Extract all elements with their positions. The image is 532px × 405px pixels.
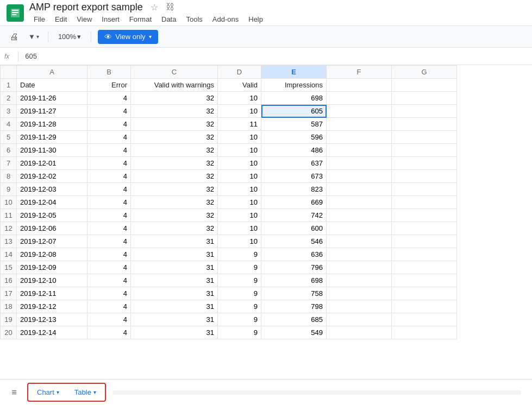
cell-a-13[interactable]: 2019-12-07: [17, 235, 87, 248]
cell-b-3[interactable]: 4: [87, 105, 131, 118]
cell-a-18[interactable]: 2019-12-12: [17, 300, 87, 313]
cell-f-17[interactable]: [327, 287, 392, 300]
view-only-button[interactable]: 👁 View only ▾: [98, 30, 158, 44]
cell-c-2[interactable]: 32: [131, 92, 218, 105]
cell-g-12[interactable]: [392, 222, 457, 235]
cell-a-11[interactable]: 2019-12-05: [17, 209, 87, 222]
cell-e-16[interactable]: 698: [261, 274, 327, 287]
cell-b-14[interactable]: 4: [87, 248, 131, 261]
cell-f-3[interactable]: [327, 105, 392, 118]
menu-file[interactable]: File: [29, 14, 49, 24]
cell-e-6[interactable]: 486: [261, 144, 327, 157]
cell-b-7[interactable]: 4: [87, 157, 131, 170]
cell-g-5[interactable]: [392, 131, 457, 144]
filter-button[interactable]: ▼ ▾: [26, 29, 41, 45]
cell-c-5[interactable]: 32: [131, 131, 218, 144]
cell-g-14[interactable]: [392, 248, 457, 261]
cell-d-20[interactable]: 9: [218, 326, 261, 339]
cell-b-11[interactable]: 4: [87, 209, 131, 222]
cell-c-20[interactable]: 31: [131, 326, 218, 339]
cell-g-6[interactable]: [392, 144, 457, 157]
cell-c-12[interactable]: 32: [131, 222, 218, 235]
cell-f-1[interactable]: [327, 79, 392, 92]
cell-a-20[interactable]: 2019-12-14: [17, 326, 87, 339]
cell-d-18[interactable]: 9: [218, 300, 261, 313]
cell-b-18[interactable]: 4: [87, 300, 131, 313]
col-header-b[interactable]: B: [87, 66, 131, 79]
share-icon[interactable]: ⛓: [166, 2, 174, 12]
cell-a-5[interactable]: 2019-11-29: [17, 131, 87, 144]
cell-e-10[interactable]: 669: [261, 196, 327, 209]
cell-a-3[interactable]: 2019-11-27: [17, 105, 87, 118]
cell-d-14[interactable]: 9: [218, 248, 261, 261]
cell-e-20[interactable]: 549: [261, 326, 327, 339]
cell-a-19[interactable]: 2019-12-13: [17, 313, 87, 326]
cell-c-14[interactable]: 31: [131, 248, 218, 261]
cell-d-2[interactable]: 10: [218, 92, 261, 105]
cell-e-2[interactable]: 698: [261, 92, 327, 105]
chart-tab[interactable]: Chart ▾: [29, 385, 67, 400]
cell-d-3[interactable]: 10: [218, 105, 261, 118]
cell-g-11[interactable]: [392, 209, 457, 222]
cell-g-19[interactable]: [392, 313, 457, 326]
cell-c-18[interactable]: 31: [131, 300, 218, 313]
cell-c-19[interactable]: 31: [131, 313, 218, 326]
cell-e-17[interactable]: 758: [261, 287, 327, 300]
menu-addons[interactable]: Add-ons: [208, 14, 243, 24]
cell-d-9[interactable]: 10: [218, 183, 261, 196]
cell-g-15[interactable]: [392, 261, 457, 274]
menu-insert[interactable]: Insert: [97, 14, 124, 24]
cell-b-17[interactable]: 4: [87, 287, 131, 300]
cell-b-20[interactable]: 4: [87, 326, 131, 339]
cell-b-4[interactable]: 4: [87, 118, 131, 131]
cell-c-11[interactable]: 32: [131, 209, 218, 222]
cell-b-15[interactable]: 4: [87, 261, 131, 274]
cell-e-7[interactable]: 637: [261, 157, 327, 170]
cell-e-3[interactable]: 605: [261, 105, 327, 118]
cell-d-15[interactable]: 9: [218, 261, 261, 274]
cell-a-7[interactable]: 2019-12-01: [17, 157, 87, 170]
horizontal-scrollbar[interactable]: [112, 390, 521, 395]
cell-f-12[interactable]: [327, 222, 392, 235]
cell-g-1[interactable]: [392, 79, 457, 92]
cell-g-16[interactable]: [392, 274, 457, 287]
cell-e-14[interactable]: 636: [261, 248, 327, 261]
cell-d-13[interactable]: 10: [218, 235, 261, 248]
cell-c-17[interactable]: 31: [131, 287, 218, 300]
cell-d-12[interactable]: 10: [218, 222, 261, 235]
cell-c-10[interactable]: 32: [131, 196, 218, 209]
cell-d-17[interactable]: 9: [218, 287, 261, 300]
cell-b-2[interactable]: 4: [87, 92, 131, 105]
cell-e-13[interactable]: 546: [261, 235, 327, 248]
cell-f-18[interactable]: [327, 300, 392, 313]
cell-e-9[interactable]: 823: [261, 183, 327, 196]
cell-g-20[interactable]: [392, 326, 457, 339]
cell-g-4[interactable]: [392, 118, 457, 131]
cell-d-4[interactable]: 11: [218, 118, 261, 131]
cell-f-9[interactable]: [327, 183, 392, 196]
col-header-a[interactable]: A: [17, 66, 87, 79]
cell-d-1[interactable]: Valid: [218, 79, 261, 92]
cell-a-9[interactable]: 2019-12-03: [17, 183, 87, 196]
menu-format[interactable]: Format: [125, 14, 156, 24]
cell-f-4[interactable]: [327, 118, 392, 131]
print-button[interactable]: 🖨: [7, 29, 22, 45]
cell-c-15[interactable]: 31: [131, 261, 218, 274]
cell-g-2[interactable]: [392, 92, 457, 105]
menu-data[interactable]: Data: [157, 14, 180, 24]
cell-e-18[interactable]: 798: [261, 300, 327, 313]
col-header-c[interactable]: C: [131, 66, 218, 79]
cell-e-1[interactable]: Impressions: [261, 79, 327, 92]
cell-c-4[interactable]: 32: [131, 118, 218, 131]
cell-c-6[interactable]: 32: [131, 144, 218, 157]
cell-b-6[interactable]: 4: [87, 144, 131, 157]
cell-e-5[interactable]: 596: [261, 131, 327, 144]
cell-c-3[interactable]: 32: [131, 105, 218, 118]
cell-c-13[interactable]: 31: [131, 235, 218, 248]
col-header-e[interactable]: E: [261, 66, 327, 79]
cell-c-1[interactable]: Valid with warnings: [131, 79, 218, 92]
cell-d-7[interactable]: 10: [218, 157, 261, 170]
cell-g-9[interactable]: [392, 183, 457, 196]
cell-b-9[interactable]: 4: [87, 183, 131, 196]
table-tab[interactable]: Table ▾: [67, 385, 104, 400]
